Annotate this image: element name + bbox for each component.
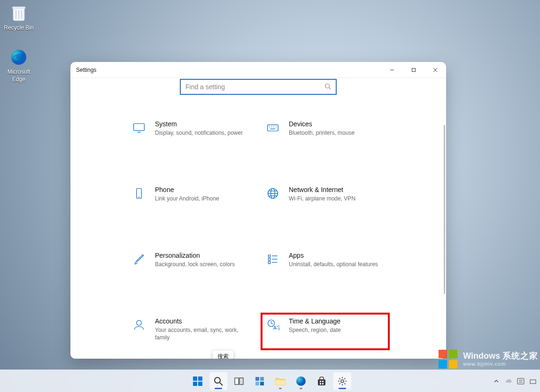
show-hidden-icons[interactable]: [492, 377, 501, 385]
category-devices[interactable]: Devices Bluetooth, printers, mouse: [261, 115, 390, 153]
svg-rect-40: [449, 360, 457, 369]
edge-taskbar-button[interactable]: [292, 372, 310, 390]
time-language-icon: A字: [265, 318, 280, 333]
category-time-language[interactable]: A字 Time & Language Speech, region, date: [261, 313, 390, 350]
widgets-button[interactable]: [251, 372, 269, 390]
category-title: Time & Language: [289, 317, 382, 325]
svg-rect-48: [239, 378, 243, 384]
person-icon: [131, 318, 147, 333]
search-box[interactable]: [180, 79, 337, 95]
search-tooltip: 搜索: [213, 351, 233, 359]
svg-rect-1: [12, 7, 25, 9]
category-phone[interactable]: Phone Link your Android, iPhone: [127, 181, 256, 219]
maximize-button[interactable]: [403, 62, 424, 78]
svg-point-30: [137, 320, 142, 325]
category-desc: Link your Android, iPhone: [155, 195, 248, 202]
settings-window: Settings Syst: [70, 62, 446, 359]
onedrive-tray-icon[interactable]: [504, 377, 513, 385]
svg-rect-64: [530, 380, 536, 384]
category-title: Network & Internet: [289, 186, 382, 193]
svg-rect-55: [318, 379, 325, 385]
category-accounts[interactable]: Accounts Your accounts, email, sync, wor…: [127, 313, 256, 350]
category-desc: Uninstall, defaults, optional features: [289, 261, 382, 268]
svg-rect-44: [198, 382, 202, 386]
network-tray-icon[interactable]: [529, 377, 537, 385]
svg-rect-50: [260, 377, 264, 381]
svg-rect-51: [255, 382, 259, 385]
taskbar-center: [189, 372, 351, 390]
category-apps[interactable]: Apps Uninstall, defaults, optional featu…: [261, 247, 390, 284]
category-title: Personalization: [155, 252, 248, 259]
watermark: Windows 系统之家 www.bjjmlv.com: [437, 348, 538, 370]
store-button[interactable]: [313, 372, 331, 390]
start-button[interactable]: [189, 372, 207, 390]
svg-line-33: [271, 323, 273, 324]
svg-rect-49: [255, 377, 259, 381]
category-desc: Background, lock screen, colors: [155, 261, 248, 268]
desktop-icon-edge[interactable]: Microsoft Edge: [1, 48, 37, 83]
svg-rect-42: [198, 377, 202, 381]
desktop-icon-recycle-bin[interactable]: Recycle Bin: [1, 4, 37, 32]
window-title: Settings: [76, 67, 96, 73]
svg-rect-41: [193, 377, 197, 381]
svg-rect-25: [268, 258, 270, 260]
desktop-icon-label: Microsoft Edge: [1, 69, 37, 83]
search-input[interactable]: [185, 83, 324, 91]
system-tray: [492, 377, 537, 385]
category-title: Accounts: [155, 317, 248, 325]
minimize-button[interactable]: [381, 62, 403, 78]
category-desc: Bluetooth, printers, mouse: [289, 129, 382, 137]
phone-icon: [131, 187, 147, 202]
close-button[interactable]: [424, 62, 446, 78]
recycle-bin-icon: [9, 4, 28, 23]
apps-list-icon: [265, 253, 280, 268]
svg-text:A字: A字: [273, 325, 279, 331]
paintbrush-icon: [131, 253, 147, 268]
svg-line-46: [220, 383, 223, 385]
svg-rect-24: [268, 255, 270, 257]
svg-point-12: [269, 126, 270, 127]
svg-rect-26: [268, 261, 270, 263]
svg-rect-58: [320, 383, 321, 384]
taskbar: [0, 369, 540, 392]
svg-rect-38: [449, 350, 457, 358]
svg-rect-4: [412, 68, 416, 71]
windows-logo-icon: [437, 348, 459, 370]
category-title: Apps: [289, 252, 382, 259]
svg-point-15: [276, 126, 277, 127]
svg-point-13: [271, 126, 272, 127]
watermark-url: www.bjjmlv.com: [463, 361, 538, 367]
scrollbar-thumb[interactable]: [444, 125, 445, 294]
settings-body: System Display, sound, notifications, po…: [70, 78, 446, 359]
settings-taskbar-button[interactable]: [333, 372, 351, 390]
svg-rect-11: [268, 125, 278, 131]
svg-point-45: [215, 377, 220, 383]
svg-point-54: [296, 377, 306, 386]
search-icon: [324, 83, 331, 91]
category-network[interactable]: Network & Internet Wi-Fi, airplane mode,…: [261, 181, 390, 219]
svg-rect-53: [276, 380, 285, 385]
svg-point-14: [273, 126, 274, 127]
file-explorer-button[interactable]: [271, 372, 289, 390]
svg-rect-37: [439, 350, 447, 358]
category-desc: Wi-Fi, airplane mode, VPN: [289, 195, 382, 202]
category-desc: Display, sound, notifications, power: [155, 129, 248, 137]
category-system[interactable]: System Display, sound, notifications, po…: [127, 115, 256, 153]
svg-rect-9: [134, 123, 145, 131]
svg-line-8: [329, 87, 331, 89]
category-desc: Speech, region, date: [289, 326, 382, 334]
watermark-brand: Windows: [463, 351, 500, 361]
category-personalization[interactable]: Personalization Background, lock screen,…: [127, 247, 256, 284]
svg-rect-47: [235, 378, 239, 384]
task-view-button[interactable]: [230, 372, 248, 390]
svg-rect-52: [260, 382, 264, 385]
svg-rect-56: [320, 381, 321, 382]
svg-point-60: [341, 380, 344, 383]
ime-tray-icon[interactable]: [517, 377, 525, 385]
svg-rect-59: [322, 383, 324, 384]
settings-categories: System Display, sound, notifications, po…: [127, 115, 390, 359]
desktop-icon-label: Recycle Bin: [1, 24, 37, 32]
taskbar-search-button[interactable]: [209, 372, 227, 390]
display-icon: [131, 121, 147, 136]
category-title: Devices: [289, 120, 382, 128]
